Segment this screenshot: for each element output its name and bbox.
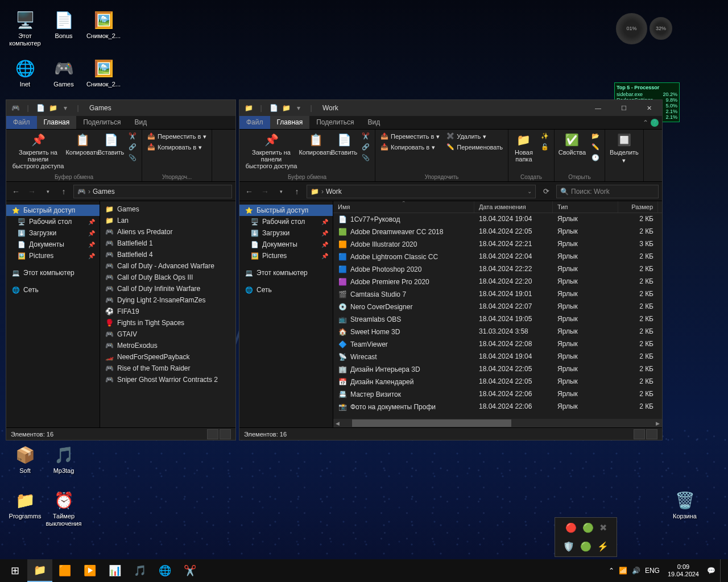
nav-network[interactable]: 🌐Сеть (239, 284, 333, 296)
taskbar-app[interactable]: 🎵 (127, 559, 152, 582)
desktop-icon-games[interactable]: 🎮Games (44, 57, 83, 88)
search-input[interactable]: 🔍 Поиск: Work (556, 185, 659, 198)
tray-overflow-popup[interactable]: 🔴 🟢 ✖ 🛡️ 🟢 ⚡ (555, 517, 617, 557)
list-item[interactable]: ⚽FIFA19 (100, 306, 235, 317)
maximize-button[interactable]: ☐ (611, 100, 636, 116)
nav-downloads[interactable]: ⬇️Загрузки📌 (239, 227, 333, 239)
tab-share[interactable]: Поделиться (309, 116, 361, 129)
list-item[interactable]: 📁Lan (100, 215, 235, 226)
table-row[interactable]: 🏠Sweet Home 3D31.03.2024 3:58Ярлык2 КБ (333, 326, 662, 338)
copyto-btn[interactable]: 📥Копировать в ▾ (146, 143, 208, 152)
table-row[interactable]: 💿Nero CoverDesigner18.04.2024 22:07Ярлык… (333, 301, 662, 313)
nav-desktop[interactable]: 🖥️Рабочий стол📌 (239, 216, 333, 227)
table-row[interactable]: 🟧Adobe Illustrator 202018.04.2024 22:21Я… (333, 238, 662, 251)
tab-home[interactable]: Главная (37, 116, 77, 129)
tray-app-icon[interactable]: 🟢 (582, 522, 594, 533)
copy-button[interactable]: 📋 Копировать (303, 132, 328, 156)
delete-btn[interactable]: ✖️Удалить ▾ (445, 132, 504, 141)
close-button[interactable]: ✕ (636, 100, 662, 116)
crumb-dropdown-icon[interactable]: ⌄ (527, 188, 532, 194)
action-center-icon[interactable]: 💬 (707, 567, 715, 575)
tab-share[interactable]: Поделиться (76, 116, 127, 129)
list-item[interactable]: 🎮Call of Duty - Advanced Warfare (100, 260, 235, 272)
copypath-btn[interactable]: 🔗 (127, 143, 138, 152)
pasteshortcut-btn[interactable]: 📎 (360, 153, 371, 163)
scroll-thumb[interactable] (352, 419, 511, 427)
table-row[interactable]: 🟦Adobe Photoshop 202018.04.2024 22:22Ярл… (333, 263, 662, 276)
list-item[interactable]: 🎮Call of Duty Black Ops III (100, 272, 235, 283)
refresh-button[interactable]: ⟳ (539, 185, 553, 198)
qat-newfolder-icon[interactable]: 📁 (48, 103, 57, 113)
pin-quickaccess-button[interactable]: 📌 Закрепить на панели быстрого доступа (10, 132, 67, 169)
paste-button[interactable]: 📄 Вставить (98, 132, 123, 156)
nav-documents[interactable]: 📄Документы📌 (6, 239, 100, 250)
back-button[interactable]: ← (243, 185, 255, 198)
qat-properties-icon[interactable]: 📄 (269, 103, 278, 113)
table-row[interactable]: 🏢Дизайн Интерьера 3D18.04.2024 22:05Ярлы… (333, 363, 662, 376)
titlebar[interactable]: 🎮 | 📄 📁 ▾ | Games (6, 100, 235, 116)
nav-thispc[interactable]: 💻Этот компьютер (6, 267, 100, 278)
forward-button[interactable]: → (26, 185, 38, 198)
taskbar-snipping[interactable]: ✂️ (177, 559, 202, 582)
table-row[interactable]: 🟪Adobe Premiere Pro 202018.04.2024 22:20… (333, 276, 662, 288)
taskbar-explorer[interactable]: 📁 (27, 559, 52, 582)
crumb-games[interactable]: Games (93, 188, 115, 196)
list-item[interactable]: 🎮Rise of the Tomb Raider (100, 363, 235, 374)
tray-app-icon[interactable]: 🟢 (580, 541, 592, 552)
taskbar-chrome[interactable]: 🌐 (152, 559, 177, 582)
desktop-icon-soft[interactable]: 📦Soft (6, 443, 44, 475)
taskbar-app[interactable]: 🟧 (52, 559, 77, 582)
desktop-icon-timer[interactable]: ⏰Таймервыключения (44, 489, 83, 527)
list-item[interactable]: 🎮Battlefield 1 (100, 238, 235, 249)
list-item[interactable]: 🎮Call of Duty Infinite Warfare (100, 283, 235, 294)
list-item[interactable]: 🎮Aliens vs Predator (100, 226, 235, 238)
recent-dropdown[interactable]: ▾ (275, 185, 287, 198)
list-item[interactable]: 🎮Dying Light 2-InsaneRamZes (100, 294, 235, 306)
properties-button[interactable]: ✅ Свойства (558, 132, 586, 156)
qat-dropdown-icon[interactable]: ▾ (294, 103, 303, 113)
edit-btn[interactable]: ✏️ (590, 143, 601, 152)
col-size[interactable]: Размер (618, 201, 658, 213)
horizontal-scrollbar[interactable]: ◀ ▶ (333, 419, 662, 427)
cut-btn[interactable]: ✂️ (127, 132, 138, 141)
forward-button[interactable]: → (259, 185, 271, 198)
copypath-btn[interactable]: 🔗 (360, 143, 371, 152)
tray-app-icon[interactable]: ⚡ (597, 541, 609, 552)
tab-view[interactable]: Вид (361, 116, 387, 129)
table-row[interactable]: 📄1Cv77+Руковод18.04.2024 19:04Ярлык2 КБ (333, 213, 662, 226)
tray-app-icon[interactable]: 🔴 (565, 522, 577, 533)
moveto-btn[interactable]: 📤Переместить в ▾ (379, 132, 441, 141)
collapse-ribbon-icon[interactable]: ⌃ (643, 119, 648, 127)
table-row[interactable]: 🎬Camtasia Studio 718.04.2024 19:01Ярлык2… (333, 288, 662, 301)
pasteshortcut-btn[interactable]: 📎 (127, 153, 138, 163)
list-item[interactable]: 📁Games (100, 203, 235, 215)
start-button[interactable]: ⊞ (2, 559, 27, 582)
taskbar-clock[interactable]: 0:09 19.04.2024 (664, 563, 702, 578)
qat-dropdown-icon[interactable]: ▾ (61, 103, 70, 113)
breadcrumb[interactable]: 🎮 › Games (73, 185, 232, 198)
desktop-icon-snap2[interactable]: 🖼️Снимок_2... (84, 57, 123, 88)
tray-lang[interactable]: ENG (645, 567, 660, 575)
table-row[interactable]: 📇Мастер Визиток18.04.2024 22:06Ярлык2 КБ (333, 388, 662, 401)
nav-pictures[interactable]: 🖼️Pictures📌 (6, 250, 100, 261)
qat-newfolder-icon[interactable]: 📁 (282, 103, 291, 113)
paste-button[interactable]: 📄 Вставить (332, 132, 357, 156)
col-date[interactable]: Дата изменения (474, 201, 553, 213)
minimize-button[interactable]: — (585, 100, 611, 116)
desktop-icon-this-pc[interactable]: 🖥️Этоткомпьютер (6, 9, 44, 47)
table-row[interactable]: 📺Streamlabs OBS18.04.2024 19:05Ярлык2 КБ (333, 313, 662, 326)
cut-btn[interactable]: ✂️ (360, 132, 371, 141)
table-row[interactable]: 📡Wirecast18.04.2024 19:04Ярлык2 КБ (333, 351, 662, 363)
newitem-btn[interactable]: ✨ (539, 132, 551, 141)
tab-view[interactable]: Вид (127, 116, 154, 129)
up-button[interactable]: ↑ (291, 185, 303, 198)
nav-quickaccess[interactable]: ⭐Быстрый доступ (239, 205, 333, 216)
copyto-btn[interactable]: 📥Копировать в ▾ (379, 143, 441, 152)
tab-home[interactable]: Главная (270, 116, 310, 129)
nav-quickaccess[interactable]: ⭐Быстрый доступ (6, 205, 100, 216)
explorer-window-work[interactable]: 📁 | 📄 📁 ▾ | Work — ☐ ✕ Файл Главная Поде… (239, 99, 663, 440)
taskbar-app[interactable]: 📊 (102, 559, 127, 582)
show-desktop-button[interactable] (720, 559, 723, 582)
history-btn[interactable]: 🕐 (590, 153, 601, 163)
desktop-icon-inet[interactable]: 🌐Inet (6, 57, 44, 88)
